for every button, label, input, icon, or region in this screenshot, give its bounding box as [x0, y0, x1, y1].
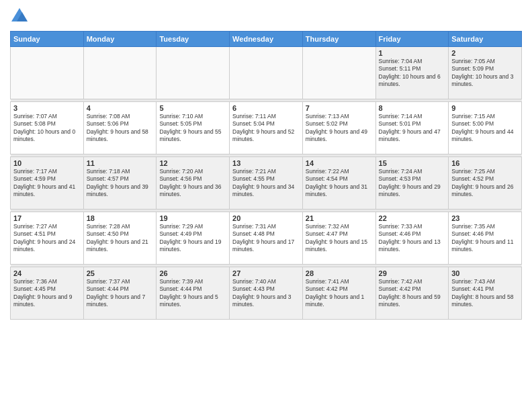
calendar-cell: 13Sunrise: 7:21 AMSunset: 4:55 PMDayligh…: [230, 157, 303, 210]
calendar-cell: [83, 47, 157, 99]
calendar-cell: 6Sunrise: 7:11 AMSunset: 5:04 PMDaylight…: [230, 102, 303, 154]
calendar-cell: 2Sunrise: 7:05 AMSunset: 5:09 PMDaylight…: [449, 47, 522, 99]
day-number: 1: [379, 49, 446, 57]
day-number: 8: [379, 104, 446, 112]
day-info: Sunrise: 7:24 AMSunset: 4:53 PMDaylight:…: [379, 168, 446, 199]
calendar-cell: 3Sunrise: 7:07 AMSunset: 5:08 PMDaylight…: [11, 102, 84, 154]
day-info: Sunrise: 7:20 AMSunset: 4:56 PMDaylight:…: [159, 168, 226, 199]
calendar-cell: 10Sunrise: 7:17 AMSunset: 4:59 PMDayligh…: [11, 157, 84, 210]
calendar-cell: 22Sunrise: 7:33 AMSunset: 4:46 PMDayligh…: [375, 212, 449, 265]
calendar-cell: 20Sunrise: 7:31 AMSunset: 4:48 PMDayligh…: [230, 212, 303, 265]
day-number: 24: [13, 269, 81, 277]
day-number: 27: [232, 269, 300, 277]
day-info: Sunrise: 7:43 AMSunset: 4:41 PMDaylight:…: [451, 278, 519, 309]
day-number: 6: [232, 104, 300, 112]
day-number: 17: [13, 214, 81, 222]
day-info: Sunrise: 7:04 AMSunset: 5:11 PMDaylight:…: [379, 58, 446, 89]
day-number: 11: [87, 159, 154, 167]
calendar-cell: 19Sunrise: 7:29 AMSunset: 4:49 PMDayligh…: [157, 212, 230, 265]
col-tuesday: Tuesday: [157, 32, 230, 47]
calendar-cell: 9Sunrise: 7:15 AMSunset: 5:00 PMDaylight…: [449, 102, 522, 154]
day-info: Sunrise: 7:37 AMSunset: 4:44 PMDaylight:…: [87, 278, 154, 309]
calendar-cell: 18Sunrise: 7:28 AMSunset: 4:50 PMDayligh…: [83, 212, 157, 265]
col-sunday: Sunday: [11, 32, 84, 47]
day-info: Sunrise: 7:41 AMSunset: 4:42 PMDaylight:…: [306, 278, 373, 309]
calendar-cell: 16Sunrise: 7:25 AMSunset: 4:52 PMDayligh…: [449, 157, 522, 210]
day-info: Sunrise: 7:32 AMSunset: 4:47 PMDaylight:…: [306, 223, 373, 254]
calendar-cell: 23Sunrise: 7:35 AMSunset: 4:46 PMDayligh…: [449, 212, 522, 265]
calendar-cell: 11Sunrise: 7:18 AMSunset: 4:57 PMDayligh…: [83, 157, 157, 210]
day-number: 7: [306, 104, 373, 112]
day-info: Sunrise: 7:11 AMSunset: 5:04 PMDaylight:…: [232, 113, 300, 144]
calendar-cell: 21Sunrise: 7:32 AMSunset: 4:47 PMDayligh…: [302, 212, 375, 265]
day-info: Sunrise: 7:05 AMSunset: 5:09 PMDaylight:…: [451, 58, 519, 89]
day-number: 18: [87, 214, 154, 222]
day-info: Sunrise: 7:31 AMSunset: 4:48 PMDaylight:…: [232, 223, 300, 254]
calendar-week-row: 24Sunrise: 7:36 AMSunset: 4:45 PMDayligh…: [11, 267, 522, 320]
day-info: Sunrise: 7:08 AMSunset: 5:06 PMDaylight:…: [87, 113, 154, 144]
day-number: 30: [451, 269, 519, 277]
logo: [10, 7, 32, 26]
calendar-week-row: 1Sunrise: 7:04 AMSunset: 5:11 PMDaylight…: [11, 47, 522, 99]
day-number: 14: [306, 159, 373, 167]
calendar-cell: 5Sunrise: 7:10 AMSunset: 5:05 PMDaylight…: [157, 102, 230, 154]
day-number: 10: [13, 159, 81, 167]
day-info: Sunrise: 7:42 AMSunset: 4:42 PMDaylight:…: [379, 278, 446, 309]
day-info: Sunrise: 7:10 AMSunset: 5:05 PMDaylight:…: [159, 113, 226, 144]
calendar-cell: 28Sunrise: 7:41 AMSunset: 4:42 PMDayligh…: [302, 267, 375, 320]
calendar-cell: [157, 47, 230, 99]
calendar-cell: 7Sunrise: 7:13 AMSunset: 5:02 PMDaylight…: [302, 102, 375, 154]
calendar-cell: 24Sunrise: 7:36 AMSunset: 4:45 PMDayligh…: [11, 267, 84, 320]
day-info: Sunrise: 7:14 AMSunset: 5:01 PMDaylight:…: [379, 113, 446, 144]
col-friday: Friday: [375, 32, 449, 47]
day-number: 26: [159, 269, 226, 277]
day-number: 13: [232, 159, 300, 167]
day-info: Sunrise: 7:13 AMSunset: 5:02 PMDaylight:…: [306, 113, 373, 144]
day-info: Sunrise: 7:22 AMSunset: 4:54 PMDaylight:…: [306, 168, 373, 199]
calendar-cell: 12Sunrise: 7:20 AMSunset: 4:56 PMDayligh…: [157, 157, 230, 210]
calendar-cell: 27Sunrise: 7:40 AMSunset: 4:43 PMDayligh…: [230, 267, 303, 320]
day-number: 21: [306, 214, 373, 222]
day-number: 23: [451, 214, 519, 222]
day-number: 16: [451, 159, 519, 167]
day-number: 12: [159, 159, 226, 167]
day-number: 15: [379, 159, 446, 167]
col-saturday: Saturday: [449, 32, 522, 47]
day-info: Sunrise: 7:29 AMSunset: 4:49 PMDaylight:…: [159, 223, 226, 254]
calendar-cell: 8Sunrise: 7:14 AMSunset: 5:01 PMDaylight…: [375, 102, 449, 154]
calendar-cell: 15Sunrise: 7:24 AMSunset: 4:53 PMDayligh…: [375, 157, 449, 210]
calendar-cell: 30Sunrise: 7:43 AMSunset: 4:41 PMDayligh…: [449, 267, 522, 320]
calendar-cell: [302, 47, 375, 99]
day-info: Sunrise: 7:27 AMSunset: 4:51 PMDaylight:…: [13, 223, 81, 254]
day-info: Sunrise: 7:18 AMSunset: 4:57 PMDaylight:…: [87, 168, 154, 199]
day-info: Sunrise: 7:33 AMSunset: 4:46 PMDaylight:…: [379, 223, 446, 254]
day-number: 22: [379, 214, 446, 222]
col-thursday: Thursday: [302, 32, 375, 47]
col-wednesday: Wednesday: [230, 32, 303, 47]
calendar-header-row: Sunday Monday Tuesday Wednesday Thursday…: [11, 32, 522, 47]
day-number: 28: [306, 269, 373, 277]
calendar-cell: 26Sunrise: 7:39 AMSunset: 4:44 PMDayligh…: [157, 267, 230, 320]
calendar-week-row: 17Sunrise: 7:27 AMSunset: 4:51 PMDayligh…: [11, 212, 522, 265]
logo-icon: [10, 7, 29, 26]
header: [10, 7, 522, 26]
page: Sunday Monday Tuesday Wednesday Thursday…: [0, 0, 532, 411]
day-number: 3: [13, 104, 81, 112]
day-info: Sunrise: 7:28 AMSunset: 4:50 PMDaylight:…: [87, 223, 154, 254]
calendar-week-row: 3Sunrise: 7:07 AMSunset: 5:08 PMDaylight…: [11, 102, 522, 154]
calendar-cell: 17Sunrise: 7:27 AMSunset: 4:51 PMDayligh…: [11, 212, 84, 265]
day-info: Sunrise: 7:36 AMSunset: 4:45 PMDaylight:…: [13, 278, 81, 309]
day-info: Sunrise: 7:40 AMSunset: 4:43 PMDaylight:…: [232, 278, 300, 309]
day-info: Sunrise: 7:35 AMSunset: 4:46 PMDaylight:…: [451, 223, 519, 254]
day-info: Sunrise: 7:15 AMSunset: 5:00 PMDaylight:…: [451, 113, 519, 144]
day-number: 2: [451, 49, 519, 57]
calendar-cell: 14Sunrise: 7:22 AMSunset: 4:54 PMDayligh…: [302, 157, 375, 210]
calendar-week-row: 10Sunrise: 7:17 AMSunset: 4:59 PMDayligh…: [11, 157, 522, 210]
calendar-cell: [230, 47, 303, 99]
day-number: 29: [379, 269, 446, 277]
calendar-cell: 1Sunrise: 7:04 AMSunset: 5:11 PMDaylight…: [375, 47, 449, 99]
day-number: 20: [232, 214, 300, 222]
day-info: Sunrise: 7:07 AMSunset: 5:08 PMDaylight:…: [13, 113, 81, 144]
calendar-cell: 25Sunrise: 7:37 AMSunset: 4:44 PMDayligh…: [83, 267, 157, 320]
day-number: 25: [87, 269, 154, 277]
